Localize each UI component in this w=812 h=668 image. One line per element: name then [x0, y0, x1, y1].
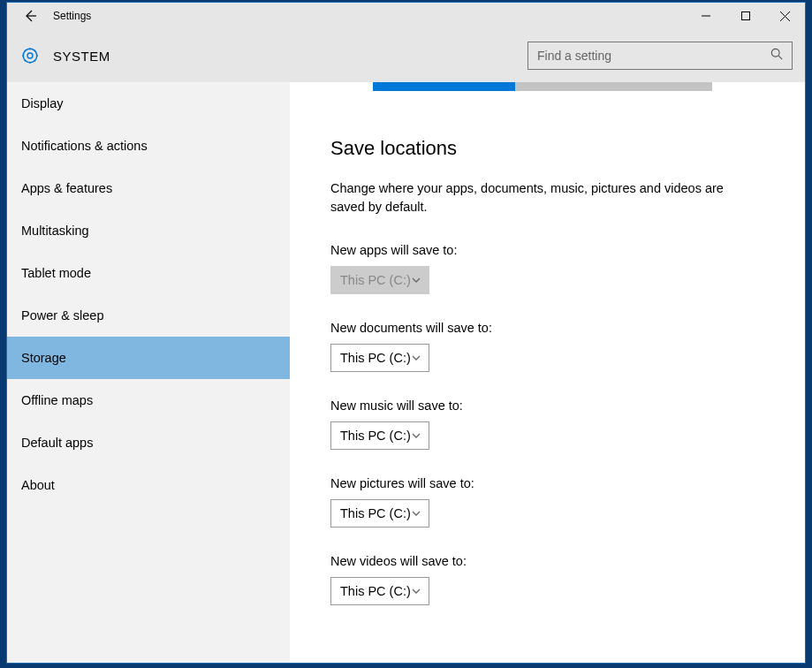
gear-icon — [19, 45, 41, 66]
svg-point-6 — [23, 49, 37, 63]
dropdown-value: This PC (C:) — [340, 584, 411, 598]
sidebar-item-label: Apps & features — [21, 181, 112, 195]
close-button[interactable] — [765, 4, 805, 29]
sidebar-item-power-sleep[interactable]: Power & sleep — [7, 294, 290, 337]
dropdown-value: This PC (C:) — [340, 273, 411, 287]
save-location-dropdown[interactable]: This PC (C:) — [330, 499, 429, 528]
dropdown-value: This PC (C:) — [340, 351, 411, 365]
dropdown-value: This PC (C:) — [340, 506, 411, 520]
sidebar-item-label: Default apps — [21, 436, 93, 450]
svg-point-7 — [771, 49, 779, 57]
svg-line-8 — [778, 56, 782, 59]
sidebar-item-label: Storage — [21, 351, 66, 365]
save-location-label: New pictures will save to: — [330, 476, 773, 490]
sidebar-item-tablet-mode[interactable]: Tablet mode — [7, 252, 290, 294]
sidebar-item-display[interactable]: Display — [7, 82, 290, 125]
content-area: Save locations Change where your apps, d… — [290, 82, 805, 663]
save-location-dropdown: This PC (C:) — [330, 266, 429, 294]
svg-rect-2 — [741, 12, 749, 20]
search-input[interactable] — [537, 49, 770, 63]
sidebar-item-apps-features[interactable]: Apps & features — [7, 167, 290, 209]
sidebar-item-notifications-actions[interactable]: Notifications & actions — [7, 125, 290, 167]
section-description: Change where your apps, documents, music… — [330, 179, 737, 216]
sidebar-item-about[interactable]: About — [7, 464, 290, 506]
sidebar-item-offline-maps[interactable]: Offline maps — [7, 379, 290, 421]
save-location-label: New documents will save to: — [330, 321, 773, 335]
sidebar-item-storage[interactable]: Storage — [7, 337, 290, 379]
window-title: Settings — [48, 10, 91, 22]
dropdown-value: This PC (C:) — [340, 429, 411, 443]
sidebar-item-label: Multitasking — [21, 224, 89, 238]
category-title: SYSTEM — [53, 49, 110, 64]
sidebar-item-label: Offline maps — [21, 393, 93, 407]
titlebar: Settings — [7, 3, 805, 29]
search-icon — [770, 48, 783, 64]
settings-window: Settings SYSTEM DisplayNot — [6, 2, 806, 664]
chevron-down-icon — [411, 353, 421, 363]
chevron-down-icon — [411, 508, 421, 519]
back-button[interactable] — [12, 3, 48, 29]
maximize-button[interactable] — [725, 4, 765, 29]
sidebar-item-label: About — [21, 478, 55, 492]
minimize-button[interactable] — [686, 4, 725, 29]
storage-usage-fill — [373, 82, 515, 91]
save-location-label: New music will save to: — [330, 399, 773, 413]
storage-usage-bar — [373, 82, 712, 91]
sidebar-item-label: Tablet mode — [21, 266, 91, 280]
sidebar-item-multitasking[interactable]: Multitasking — [7, 209, 290, 252]
search-box[interactable] — [527, 42, 793, 70]
save-location-dropdown[interactable]: This PC (C:) — [330, 577, 429, 605]
section-title: Save locations — [330, 137, 773, 160]
sidebar-item-label: Notifications & actions — [21, 139, 148, 153]
header: SYSTEM — [7, 29, 805, 82]
chevron-down-icon — [411, 586, 421, 596]
chevron-down-icon — [411, 275, 421, 285]
save-location-dropdown[interactable]: This PC (C:) — [330, 421, 429, 450]
save-location-dropdown[interactable]: This PC (C:) — [330, 344, 429, 372]
sidebar-item-label: Display — [21, 96, 64, 110]
save-location-label: New videos will save to: — [330, 554, 773, 568]
save-location-label: New apps will save to: — [330, 243, 773, 257]
sidebar-item-default-apps[interactable]: Default apps — [7, 421, 290, 464]
svg-point-5 — [27, 53, 33, 58]
sidebar-item-label: Power & sleep — [21, 308, 104, 323]
chevron-down-icon — [411, 430, 421, 441]
sidebar: DisplayNotifications & actionsApps & fea… — [7, 82, 290, 663]
